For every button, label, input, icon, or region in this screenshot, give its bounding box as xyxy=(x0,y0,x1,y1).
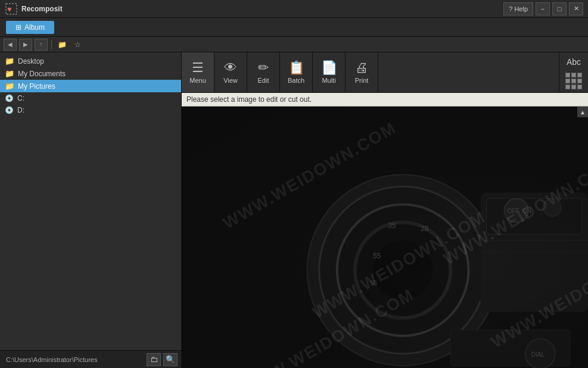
drive-label: D: xyxy=(17,106,24,114)
toolbar-edit[interactable]: ✏ Edit xyxy=(247,52,280,92)
back-icon: ◀ xyxy=(8,41,13,48)
forward-icon: ▶ xyxy=(23,41,28,48)
toolbar: ☰ Menu 👁 View ✏ Edit 📋 Batch 📄 Multi 🖨 xyxy=(182,52,588,93)
tree-item-desktop[interactable]: 📁 Desktop xyxy=(0,55,181,67)
grid-cell xyxy=(571,73,576,77)
print-label: Print xyxy=(355,77,369,84)
text-style-button[interactable]: Abc xyxy=(565,56,582,68)
search-button[interactable]: 🔍 xyxy=(163,353,178,366)
edit-icon: ✏ xyxy=(258,61,269,74)
nav-separator xyxy=(51,40,52,49)
app-title: Recomposit xyxy=(21,5,63,13)
bookmark-button[interactable]: ☆ xyxy=(71,39,84,51)
svg-text:35: 35 xyxy=(388,222,396,230)
grid-cell xyxy=(571,85,576,89)
album-icon: ⊞ xyxy=(15,23,21,32)
help-button[interactable]: ? Help xyxy=(503,2,533,15)
svg-text:28: 28 xyxy=(421,224,429,233)
search-icon: 🔍 xyxy=(166,355,175,364)
background-image: 35 28 55 55 OFF ON xyxy=(182,107,588,368)
tree-item-label: Desktop xyxy=(18,57,44,66)
grid-cell xyxy=(565,79,570,83)
album-bar: ⊞ Album xyxy=(0,18,588,37)
multi-label: Multi xyxy=(322,77,335,84)
content-area: 35 28 55 55 OFF ON xyxy=(182,107,588,368)
tree-item-label: My Pictures xyxy=(18,82,55,91)
drive-item-c[interactable]: 💿 C: xyxy=(0,92,181,104)
batch-label: Batch xyxy=(288,77,304,84)
svg-text:OFF: OFF xyxy=(508,208,519,214)
scroll-up-button[interactable]: ▲ xyxy=(577,107,588,117)
grid-cell xyxy=(577,79,582,83)
svg-text:55: 55 xyxy=(373,252,381,260)
drive-item-d[interactable]: 💿 D: xyxy=(0,104,181,116)
app-logo: ♥ xyxy=(5,2,18,15)
folder-browse-button[interactable]: 🗀 xyxy=(147,353,161,366)
batch-icon: 📋 xyxy=(288,61,304,74)
bookmark-icon: ☆ xyxy=(74,40,81,49)
close-button[interactable]: ✕ xyxy=(569,2,583,15)
toolbar-batch[interactable]: 📋 Batch xyxy=(280,52,313,92)
view-label: View xyxy=(223,77,238,84)
svg-text:55: 55 xyxy=(370,279,377,286)
folder-icon: 📁 xyxy=(5,82,14,91)
edit-label: Edit xyxy=(258,77,269,84)
right-toolbar: Abc xyxy=(559,52,588,92)
menu-icon: ☰ xyxy=(192,61,204,74)
drive-label: C: xyxy=(17,94,24,102)
text-style-label: Abc xyxy=(567,57,581,67)
toolbar-print[interactable]: 🖨 Print xyxy=(346,52,378,92)
drive-icon: 💿 xyxy=(5,106,14,114)
sidebar: 📁 Desktop 📁 My Documents 📁 My Pictures 💿… xyxy=(0,52,182,368)
svg-text:DIAL: DIAL xyxy=(531,351,545,358)
grid-view-toggle[interactable] xyxy=(565,73,582,89)
status-text: Please select a image to edit or cut out… xyxy=(186,95,312,104)
help-icon: ? xyxy=(509,5,512,13)
restore-button[interactable]: □ xyxy=(552,2,567,15)
tree-item-my-documents[interactable]: 📁 My Documents xyxy=(0,67,181,80)
main-layout: 📁 Desktop 📁 My Documents 📁 My Pictures 💿… xyxy=(0,52,588,368)
folder-icon: 📁 xyxy=(5,69,14,78)
grid-cell xyxy=(565,85,570,89)
camera-image: 35 28 55 55 OFF ON xyxy=(182,107,588,368)
forward-button[interactable]: ▶ xyxy=(19,39,32,51)
tree-item-my-pictures[interactable]: 📁 My Pictures xyxy=(0,80,181,92)
album-label: Album xyxy=(24,23,45,32)
svg-point-7 xyxy=(373,241,433,300)
album-button[interactable]: ⊞ Album xyxy=(6,21,54,34)
sidebar-bottom: C:\Users\Administrator\Pictures 🗀 🔍 xyxy=(0,350,181,368)
minimize-button[interactable]: − xyxy=(536,2,550,15)
drive-icon: 💿 xyxy=(5,94,14,102)
svg-point-15 xyxy=(543,198,561,216)
title-bar-controls: ? Help − □ ✕ xyxy=(503,2,583,15)
status-message: Please select a image to edit or cut out… xyxy=(182,93,588,107)
grid-cell xyxy=(577,73,582,77)
menu-label: Menu xyxy=(189,77,206,84)
title-bar: ♥ Recomposit ? Help − □ ✕ xyxy=(0,0,588,18)
new-folder-button[interactable]: 📁 xyxy=(55,39,69,51)
folder-icon: 📁 xyxy=(5,57,14,66)
scroll-up-icon: ▲ xyxy=(580,109,586,116)
right-panel: ☰ Menu 👁 View ✏ Edit 📋 Batch 📄 Multi 🖨 xyxy=(182,52,588,368)
svg-text:♥: ♥ xyxy=(7,5,12,14)
toolbar-menu[interactable]: ☰ Menu xyxy=(182,52,214,92)
grid-cell xyxy=(571,79,576,83)
grid-cell xyxy=(565,73,570,77)
folder-browse-icon: 🗀 xyxy=(150,355,158,364)
title-bar-left: ♥ Recomposit xyxy=(5,2,63,15)
nav-bar: ◀ ▶ ↑ 📁 ☆ xyxy=(0,37,588,52)
path-display: C:\Users\Administrator\Pictures xyxy=(4,355,144,364)
print-icon: 🖨 xyxy=(355,61,368,74)
toolbar-view[interactable]: 👁 View xyxy=(214,52,247,92)
back-button[interactable]: ◀ xyxy=(4,39,17,51)
svg-text:ON: ON xyxy=(522,208,531,214)
up-icon: ↑ xyxy=(40,41,43,48)
svg-rect-13 xyxy=(487,198,582,234)
multi-icon: 📄 xyxy=(321,61,337,74)
file-tree[interactable]: 📁 Desktop 📁 My Documents 📁 My Pictures 💿… xyxy=(0,52,181,350)
grid-cell xyxy=(577,85,582,89)
tree-item-label: My Documents xyxy=(18,70,66,78)
toolbar-multi[interactable]: 📄 Multi xyxy=(313,52,346,92)
help-label: Help xyxy=(514,5,528,13)
up-button[interactable]: ↑ xyxy=(35,39,48,51)
